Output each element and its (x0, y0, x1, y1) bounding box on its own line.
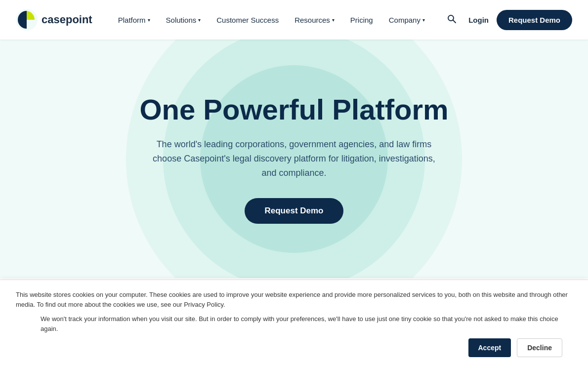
platform-chevron-icon: ▾ (148, 17, 150, 23)
hero-title: One Powerful Platform (139, 94, 448, 125)
search-icon (447, 14, 457, 24)
logo[interactable]: casepoint (16, 9, 92, 31)
cookie-banner: This website stores cookies on your comp… (0, 280, 588, 367)
nav-links: Platform ▾ Solutions ▾ Customer Success … (112, 12, 443, 28)
svg-line-2 (453, 20, 456, 23)
nav-item-resources[interactable]: Resources ▾ (289, 12, 340, 28)
hero-content: One Powerful Platform The world's leadin… (129, 94, 458, 223)
login-link[interactable]: Login (468, 16, 489, 24)
decline-button[interactable]: Decline (517, 338, 562, 357)
nav-item-platform[interactable]: Platform ▾ (112, 12, 156, 28)
navbar: casepoint Platform ▾ Solutions ▾ Custome… (0, 0, 588, 40)
nav-right: Login Request Demo (443, 10, 572, 30)
hero-subtitle: The world's leading corporations, govern… (151, 137, 437, 180)
cookie-main-text: This website stores cookies on your comp… (16, 290, 572, 309)
request-demo-nav-button[interactable]: Request Demo (497, 10, 572, 30)
cookie-secondary-text: We won't track your information when you… (41, 314, 572, 333)
request-demo-hero-button[interactable]: Request Demo (245, 198, 343, 224)
resources-chevron-icon: ▾ (332, 17, 335, 23)
nav-item-solutions[interactable]: Solutions ▾ (160, 12, 207, 28)
search-button[interactable] (443, 10, 461, 30)
cookie-actions: Accept Decline (16, 338, 572, 357)
hero-section: One Powerful Platform The world's leadin… (0, 40, 588, 278)
solutions-chevron-icon: ▾ (198, 17, 201, 23)
nav-item-company[interactable]: Company ▾ (383, 12, 431, 28)
company-chevron-icon: ▾ (422, 17, 425, 23)
nav-item-pricing[interactable]: Pricing (344, 12, 379, 28)
nav-item-customer-success[interactable]: Customer Success (210, 12, 285, 28)
logo-icon (16, 9, 38, 31)
logo-text: casepoint (42, 13, 92, 26)
accept-button[interactable]: Accept (468, 338, 511, 357)
